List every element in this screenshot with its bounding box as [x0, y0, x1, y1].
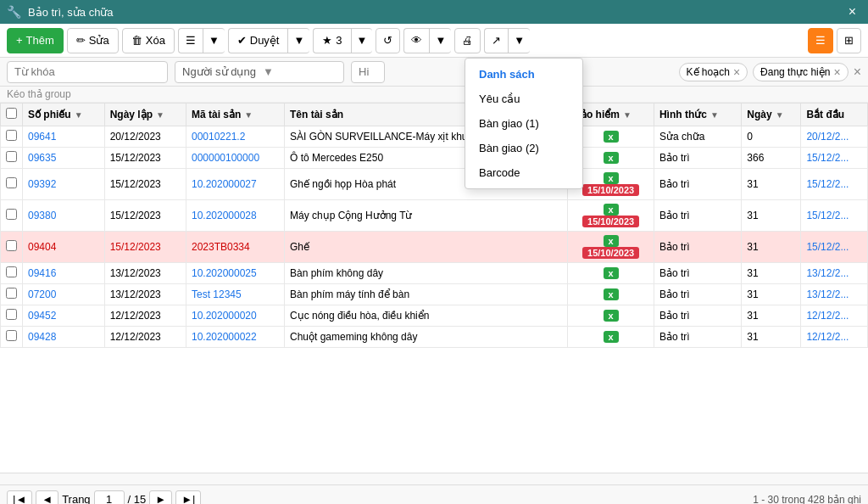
row-checkbox-cell[interactable]	[1, 232, 23, 263]
table-row[interactable]: 07200 13/12/2023 Test 12345 Bàn phím máy…	[1, 284, 868, 305]
cell-ngay: 31	[742, 284, 801, 305]
cell-mataisan: 10.202000027	[186, 169, 284, 200]
star-button[interactable]: ★ 3	[313, 28, 350, 53]
row-checkbox[interactable]	[6, 309, 17, 320]
last-page-button[interactable]: ►|	[175, 490, 201, 504]
filter-ngay-icon[interactable]: ▼	[776, 110, 784, 120]
table-row[interactable]: 09635 15/12/2023 000000100000 Ô tô Merce…	[1, 148, 868, 169]
row-checkbox-cell[interactable]	[1, 200, 23, 232]
table-wrap[interactable]: Số phiếu ▼ Ngày lập ▼ Mã tài sản ▼	[0, 103, 868, 473]
view-dropdown-button[interactable]: ▼	[429, 28, 451, 53]
print-button[interactable]: 🖨	[454, 28, 481, 53]
main-table: Số phiếu ▼ Ngày lập ▼ Mã tài sản ▼	[0, 103, 868, 348]
filter-tag-kehoach: Kế hoạch ×	[679, 63, 748, 81]
row-checkbox[interactable]	[6, 130, 17, 141]
table-row[interactable]: 09428 12/12/2023 10.202000022 Chuột game…	[1, 327, 868, 348]
baohiem-badge[interactable]: x	[604, 152, 619, 164]
row-checkbox[interactable]	[6, 151, 17, 162]
table-row[interactable]: 09416 13/12/2023 10.202000025 Bàn phím k…	[1, 263, 868, 284]
star-dropdown-button[interactable]: ▼	[351, 28, 373, 53]
dropdown-item-1[interactable]: Yêu cầu	[465, 87, 582, 111]
table-row[interactable]: 09380 15/12/2023 10.202000028 Máy chụp C…	[1, 200, 868, 232]
edit-button[interactable]: ✏ Sửa	[67, 28, 119, 53]
table-row[interactable]: 09404 15/12/2023 2023TB0334 Ghế x 15/10/…	[1, 232, 868, 263]
list-view-button[interactable]: ☰	[808, 28, 833, 53]
baohiem-badge[interactable]: x	[604, 288, 619, 300]
filter-tag-dangthuchien-close[interactable]: ×	[833, 65, 840, 79]
cell-mataisan: 10.202000028	[186, 200, 284, 232]
cell-hinhthuc: Bảo trì	[654, 232, 741, 263]
baohiem-badge[interactable]: x	[604, 267, 619, 279]
row-checkbox-cell[interactable]	[1, 327, 23, 348]
grid-view-button[interactable]: ⊞	[837, 28, 861, 53]
table-row[interactable]: 09641 20/12/2023 00010221.2 SÀI GÒN SURV…	[1, 126, 868, 148]
select-all-checkbox[interactable]	[6, 108, 17, 119]
delete-button[interactable]: 🗑 Xóa	[122, 28, 175, 53]
refresh-button[interactable]: ↺	[376, 28, 400, 53]
hi-input[interactable]	[351, 61, 385, 83]
first-page-button[interactable]: |◄	[7, 490, 32, 504]
eye-button[interactable]: 👁	[403, 28, 429, 53]
row-checkbox[interactable]	[6, 330, 17, 341]
horizontal-scrollbar[interactable]	[0, 473, 868, 484]
row-checkbox-cell[interactable]	[1, 305, 23, 327]
cell-baohiem: x 15/10/2023	[568, 232, 654, 263]
add-button[interactable]: + Thêm	[7, 28, 64, 53]
approve-dropdown-button[interactable]: ▼	[287, 28, 309, 53]
baohiem-badge[interactable]: x	[604, 331, 619, 343]
dropdown-item-3[interactable]: Bàn giao (2)	[465, 136, 582, 160]
row-checkbox[interactable]	[6, 209, 17, 220]
row-checkbox[interactable]	[6, 240, 17, 251]
row-checkbox-cell[interactable]	[1, 148, 23, 169]
cell-hinhthuc: Bảo trì	[654, 305, 741, 327]
select-all-header[interactable]	[1, 104, 23, 126]
dropdown-item-0[interactable]: Danh sách	[465, 62, 582, 87]
search-bar: Người sử dụng ▼ Kế hoạch × Đang thực hiệ…	[0, 58, 868, 87]
filter-sophieu-icon[interactable]: ▼	[75, 110, 83, 120]
cell-tentaisan: Bàn phím máy tính để bàn	[285, 284, 568, 305]
baohiem-badge[interactable]: x	[604, 131, 619, 143]
keyword-input[interactable]	[7, 61, 168, 83]
dropdown-item-2[interactable]: Bàn giao (1)	[465, 111, 582, 136]
table-body: 09641 20/12/2023 00010221.2 SÀI GÒN SURV…	[1, 126, 868, 348]
cell-ngaylap: 15/12/2023	[104, 169, 186, 200]
menu-dropdown-button[interactable]: ▼	[203, 28, 225, 53]
filter-baohiem-icon[interactable]: ▼	[623, 110, 632, 120]
cell-baohiem: x	[568, 263, 654, 284]
row-checkbox[interactable]	[6, 266, 17, 277]
share-button[interactable]: ↗	[484, 28, 508, 53]
cell-ngaylap: 20/12/2023	[104, 126, 186, 148]
next-page-button[interactable]: ►	[149, 490, 172, 504]
filter-hinhthuc-icon[interactable]: ▼	[710, 110, 719, 120]
baohiem-badge[interactable]: x	[604, 172, 619, 184]
prev-page-button[interactable]: ◄	[36, 490, 58, 504]
row-checkbox-cell[interactable]	[1, 126, 23, 148]
menu-button[interactable]: ☰	[178, 28, 203, 53]
filter-ngaylap-icon[interactable]: ▼	[156, 110, 164, 120]
baohiem-badge[interactable]: x	[604, 204, 619, 216]
eye-icon: 👁	[411, 34, 422, 47]
page-input[interactable]	[94, 490, 125, 504]
toolbar: + Thêm ✏ Sửa 🗑 Xóa ☰ ▼ ✔ Duyệt ▼ ★ 3 ▼	[0, 24, 868, 58]
approve-button[interactable]: ✔ Duyệt	[228, 28, 288, 53]
table-row[interactable]: 09452 12/12/2023 10.202000020 Cục nóng đ…	[1, 305, 868, 327]
title-bar-close-button[interactable]: ×	[843, 3, 861, 21]
share-dropdown-button[interactable]: ▼	[508, 28, 530, 53]
filter-tag-kehoach-close[interactable]: ×	[733, 65, 740, 79]
baohiem-badge[interactable]: x	[604, 235, 619, 247]
cell-sophieu: 07200	[23, 284, 105, 305]
user-select[interactable]: Người sử dụng ▼	[175, 61, 344, 83]
row-checkbox-cell[interactable]	[1, 169, 23, 200]
baohiem-badge[interactable]: x	[604, 310, 619, 322]
chevron-down-icon: ▼	[435, 34, 446, 47]
row-checkbox[interactable]	[6, 177, 17, 188]
dropdown-item-4[interactable]: Barcode	[465, 160, 582, 185]
row-checkbox[interactable]	[6, 288, 17, 299]
filter-clear-button[interactable]: ×	[854, 64, 861, 80]
cell-tentaisan: Máy chụp Cộng Hưởng Từ	[285, 200, 568, 232]
row-checkbox-cell[interactable]	[1, 284, 23, 305]
filter-mataisan-icon[interactable]: ▼	[244, 110, 253, 120]
table-row[interactable]: 09392 15/12/2023 10.202000027 Ghế ngồi h…	[1, 169, 868, 200]
cell-hinhthuc: Bảo trì	[654, 148, 741, 169]
row-checkbox-cell[interactable]	[1, 263, 23, 284]
